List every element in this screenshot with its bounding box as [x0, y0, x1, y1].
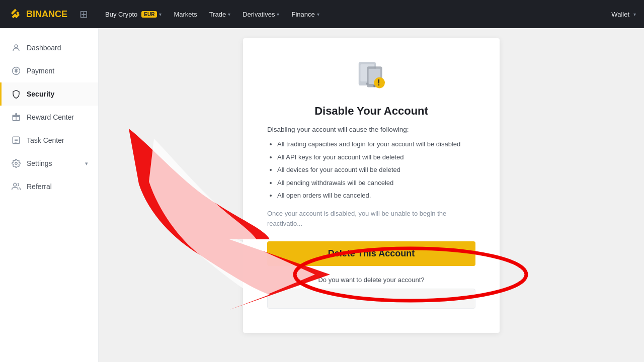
svg-text:!: !	[377, 78, 380, 87]
settings-icon	[12, 159, 21, 168]
sidebar-item-task[interactable]: Task Center	[0, 129, 98, 152]
account-warning-icon: !	[353, 58, 389, 95]
account-input[interactable]	[267, 289, 475, 309]
svg-point-8	[14, 183, 17, 186]
svg-rect-3	[13, 137, 20, 144]
nav-finance[interactable]: Finance ▾	[286, 0, 324, 28]
sidebar-label-reward: Reward Center	[27, 113, 74, 121]
settings-chevron-icon: ▾	[85, 160, 88, 167]
sidebar-item-referral[interactable]: Referral	[0, 175, 98, 198]
apps-grid-icon[interactable]: ⊞	[79, 8, 88, 20]
list-icon	[12, 136, 21, 145]
list-item: All devices for your account will be del…	[277, 165, 475, 175]
list-item: All pending withdrawals will be canceled	[277, 178, 475, 188]
sidebar-item-dashboard[interactable]: Dashboard	[0, 36, 98, 59]
sidebar-label-payment: Payment	[27, 67, 54, 75]
modal-icon-area: !	[267, 58, 475, 95]
sidebar-item-payment[interactable]: Payment	[0, 59, 98, 82]
delete-account-button[interactable]: Delete This Account	[267, 241, 475, 266]
chevron-down-icon: ▾	[317, 12, 319, 17]
nav-links: Buy Crypto EUR ▾ Markets Trade ▾ Derivat…	[100, 0, 599, 28]
sidebar-item-settings[interactable]: Settings ▾	[0, 152, 98, 175]
binance-logo[interactable]: BINANCE	[8, 7, 67, 21]
svg-point-0	[15, 45, 18, 48]
modal-effects-list: All trading capacities and login for you…	[267, 139, 475, 201]
list-item: All API keys for your account will be de…	[277, 152, 475, 162]
nav-buy-crypto[interactable]: Buy Crypto EUR ▾	[100, 0, 167, 28]
modal-subtitle: Disabling your account will cause the fo…	[267, 126, 475, 133]
person-icon	[12, 43, 21, 52]
main-layout: Dashboard Payment Security	[0, 28, 644, 362]
chevron-down-icon: ▾	[277, 12, 279, 17]
sidebar-label-referral: Referral	[27, 183, 52, 191]
users-icon	[12, 182, 21, 191]
nav-markets[interactable]: Markets	[169, 0, 202, 28]
shield-icon	[12, 89, 21, 99]
sidebar-label-dashboard: Dashboard	[27, 44, 61, 52]
modal-note: Once your account is disabled, you will …	[267, 209, 475, 230]
sidebar: Dashboard Payment Security	[0, 28, 99, 362]
nav-trade[interactable]: Trade ▾	[204, 0, 235, 28]
sidebar-label-task: Task Center	[27, 136, 64, 144]
chevron-down-icon: ▾	[633, 12, 636, 17]
sidebar-label-settings: Settings	[27, 159, 52, 167]
nav-derivatives[interactable]: Derivatives ▾	[237, 0, 284, 28]
top-navigation: BINANCE ⊞ Buy Crypto EUR ▾ Markets Trade…	[0, 0, 644, 28]
sidebar-label-security: Security	[27, 90, 54, 98]
modal-question: Do you want to delete your account?	[267, 276, 475, 284]
sidebar-item-reward[interactable]: Reward Center	[0, 106, 98, 129]
dollar-icon	[12, 66, 21, 75]
list-item: All open orders will be canceled.	[277, 191, 475, 201]
sidebar-item-security[interactable]: Security	[0, 82, 98, 106]
modal-input-wrap	[267, 289, 475, 309]
svg-point-7	[15, 162, 18, 165]
disable-account-modal: ! Disable Your Account Disabling your ac…	[243, 38, 500, 333]
currency-badge: EUR	[141, 11, 157, 18]
list-item: All trading capacities and login for you…	[277, 139, 475, 149]
logo-text: BINANCE	[26, 9, 67, 20]
nav-wallet[interactable]: Wallet ▾	[611, 11, 636, 18]
gift-icon	[12, 113, 21, 122]
modal-title: Disable Your Account	[267, 105, 475, 118]
main-content: ! Disable Your Account Disabling your ac…	[99, 28, 644, 362]
chevron-down-icon: ▾	[159, 12, 162, 17]
chevron-down-icon: ▾	[228, 12, 230, 17]
